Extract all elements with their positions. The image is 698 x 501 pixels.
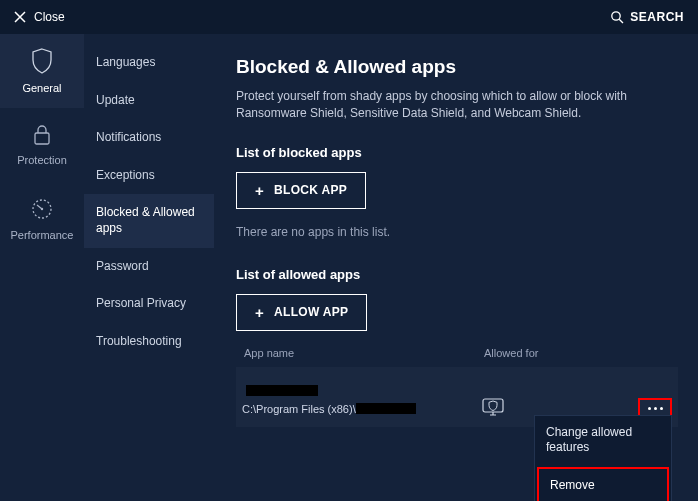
block-app-button[interactable]: + BLOCK APP	[236, 172, 366, 209]
page-description: Protect yourself from shady apps by choo…	[236, 88, 666, 123]
main-content: Blocked & Allowed apps Protect yourself …	[214, 34, 698, 501]
allowed-row-wrapper: C:\Program Files (x86)\ Change allowed f…	[236, 367, 678, 427]
shield-monitor-icon	[482, 398, 504, 420]
nav-general[interactable]: General	[0, 34, 84, 108]
menu-change-features[interactable]: Change allowed features	[535, 416, 671, 465]
col-allowed-for: Allowed for	[484, 347, 538, 359]
blocked-heading: List of blocked apps	[236, 145, 678, 160]
close-group[interactable]: Close	[14, 10, 65, 24]
nav-performance[interactable]: Performance	[0, 182, 84, 256]
sub-languages[interactable]: Languages	[84, 44, 214, 82]
shield-icon	[31, 48, 53, 74]
primary-nav: General Protection Performance	[0, 34, 84, 501]
allowed-heading: List of allowed apps	[236, 267, 678, 282]
page-title: Blocked & Allowed apps	[236, 56, 678, 78]
sub-password[interactable]: Password	[84, 248, 214, 286]
nav-label: Protection	[17, 154, 67, 166]
title-bar: Close SEARCH	[0, 0, 698, 34]
sub-troubleshooting[interactable]: Troubleshooting	[84, 323, 214, 361]
svg-rect-1	[35, 133, 49, 144]
plus-icon: +	[255, 305, 264, 320]
close-icon	[14, 11, 26, 23]
search-icon	[610, 10, 624, 24]
table-header: App name Allowed for	[236, 347, 678, 359]
search-label: SEARCH	[630, 10, 684, 24]
search-group[interactable]: SEARCH	[610, 10, 684, 24]
sub-update[interactable]: Update	[84, 82, 214, 120]
svg-point-0	[612, 12, 620, 20]
col-app-name: App name	[244, 347, 484, 359]
app-path-cell: C:\Program Files (x86)\	[242, 403, 482, 415]
sub-exceptions[interactable]: Exceptions	[84, 157, 214, 195]
sub-notifications[interactable]: Notifications	[84, 119, 214, 157]
menu-remove[interactable]: Remove	[537, 467, 669, 501]
app-path-cell	[242, 385, 482, 396]
close-label: Close	[34, 10, 65, 24]
button-label: BLOCK APP	[274, 183, 347, 197]
lock-icon	[32, 124, 52, 146]
row-context-menu: Change allowed features Remove	[534, 415, 672, 501]
plus-icon: +	[255, 183, 264, 198]
nav-label: General	[22, 82, 61, 94]
blocked-empty-text: There are no apps in this list.	[236, 225, 678, 239]
button-label: ALLOW APP	[274, 305, 348, 319]
redacted-block	[356, 403, 416, 414]
app-path-text: C:\Program Files (x86)\	[242, 403, 356, 415]
sub-nav: Languages Update Notifications Exception…	[84, 34, 214, 501]
sub-personal-privacy[interactable]: Personal Privacy	[84, 285, 214, 323]
redacted-block	[246, 385, 318, 396]
allow-app-button[interactable]: + ALLOW APP	[236, 294, 367, 331]
nav-protection[interactable]: Protection	[0, 108, 84, 182]
nav-label: Performance	[11, 229, 74, 241]
svg-point-3	[41, 208, 43, 210]
gauge-icon	[30, 197, 54, 221]
sub-blocked-allowed[interactable]: Blocked & Allowed apps	[84, 194, 214, 247]
